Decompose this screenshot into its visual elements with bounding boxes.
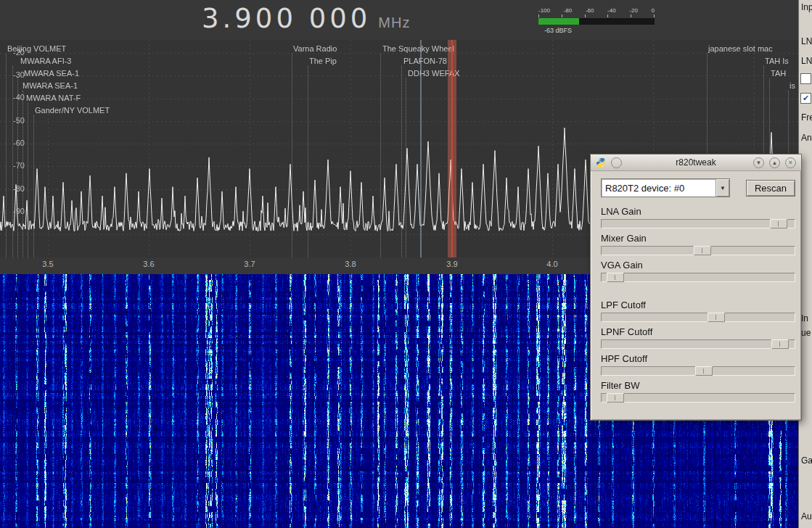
slider-hpf-cutoff[interactable] bbox=[601, 366, 795, 376]
panel-checkbox[interactable] bbox=[800, 73, 811, 84]
bookmark-frequency-line bbox=[292, 54, 292, 257]
python-icon bbox=[596, 157, 607, 168]
window-close-button[interactable]: × bbox=[785, 157, 796, 168]
tuned-frequency-line[interactable] bbox=[451, 40, 453, 257]
slider-group-mixer-gain: Mixer Gain bbox=[601, 233, 795, 255]
bookmark-frequency-line bbox=[28, 103, 28, 257]
window-title: r820tweak bbox=[676, 157, 715, 168]
slider-handle-lpf-cutoff[interactable] bbox=[708, 313, 725, 322]
frequency-axis-label: 3.9 bbox=[440, 260, 464, 268]
slider-handle-mixer-gain[interactable] bbox=[694, 246, 711, 255]
slider-label-vga-gain: VGA Gain bbox=[601, 260, 795, 271]
slider-label-filter-bw: Filter BW bbox=[601, 380, 795, 391]
bookmark-label[interactable]: MWARA SEA-1 bbox=[22, 81, 78, 90]
slider-handle-vga-gain[interactable] bbox=[607, 273, 624, 282]
dbfs-meter-bar bbox=[538, 18, 655, 25]
window-titlebar[interactable]: r820tweak ▾ ▴ × bbox=[591, 154, 801, 171]
db-axis-label: -40 bbox=[1, 93, 25, 102]
bookmark-label[interactable]: MWARA SEA-1 bbox=[24, 69, 79, 78]
bookmark-frequency-line bbox=[6, 54, 7, 257]
slider-group-filter-bw: Filter BW bbox=[601, 380, 795, 403]
dbfs-scale-label: -40 bbox=[607, 7, 616, 14]
window-menu-button[interactable] bbox=[611, 157, 622, 168]
bookmark-label[interactable]: MWARA NAT-F bbox=[26, 94, 81, 102]
dbfs-tick-mark bbox=[654, 15, 655, 17]
panel-text-fragment: Fre bbox=[801, 112, 812, 123]
window-shade-button[interactable]: ▾ bbox=[753, 157, 764, 168]
db-axis-label: -50 bbox=[1, 116, 25, 125]
slider-label-lpnf-cutoff: LPNF Cutoff bbox=[601, 326, 795, 337]
panel-checkbox[interactable]: ✔ bbox=[800, 93, 811, 104]
slider-label-lna-gain: LNA Gain bbox=[601, 206, 795, 217]
dbfs-tick-mark bbox=[538, 15, 539, 17]
slider-handle-filter-bw[interactable] bbox=[607, 393, 624, 403]
frequency-digits[interactable]: 3.900 000 bbox=[202, 3, 371, 34]
bookmark-label[interactable]: Varna Radio bbox=[293, 44, 337, 53]
panel-text-fragment: In bbox=[801, 313, 808, 323]
bookmark-frequency-line bbox=[401, 66, 402, 257]
panel-text-fragment: ue bbox=[801, 328, 811, 338]
dbfs-meter-level bbox=[538, 18, 579, 25]
dbfs-tick-mark bbox=[607, 15, 608, 17]
slider-group-lna-gain: LNA Gain bbox=[601, 206, 795, 228]
panel-text-fragment: An bbox=[801, 133, 812, 143]
slider-label-lpf-cutoff: LPF Cutoff bbox=[601, 300, 795, 310]
panel-text-fragment: LNB bbox=[801, 36, 812, 46]
dbfs-meter-readout: -63 dBFS bbox=[544, 27, 655, 34]
frequency-axis-label: 4.0 bbox=[541, 260, 564, 268]
dbfs-scale-label: -100 bbox=[538, 7, 550, 14]
r820tweak-window: r820tweak ▾ ▴ × R820T2 device: #0 ▼ Resc… bbox=[590, 154, 802, 421]
bookmark-label[interactable]: MWARA AFI-3 bbox=[20, 57, 72, 65]
bookmark-label[interactable]: TAH Is bbox=[765, 57, 789, 65]
slider-label-hpf-cutoff: HPF Cutoff bbox=[601, 353, 795, 364]
db-axis-label: -70 bbox=[1, 161, 25, 170]
dbfs-meter: -100-80-60-40-200 -63 dBFS bbox=[538, 7, 655, 34]
slider-handle-hpf-cutoff[interactable] bbox=[695, 366, 713, 376]
slider-group-hpf-cutoff: HPF Cutoff bbox=[601, 353, 795, 376]
bookmark-label[interactable]: Beijing VOLMET bbox=[7, 44, 66, 53]
slider-group-vga-gain: VGA Gain bbox=[601, 260, 795, 282]
frequency-axis-label: 3.8 bbox=[339, 260, 362, 268]
db-axis-label: -30 bbox=[1, 70, 25, 79]
slider-group-lpnf-cutoff: LPNF Cutoff bbox=[601, 326, 795, 349]
bookmark-frequency-line bbox=[380, 54, 381, 257]
slider-lna-gain[interactable] bbox=[601, 219, 795, 228]
dbfs-tick-mark bbox=[585, 15, 586, 17]
db-axis-label: -80 bbox=[1, 184, 25, 193]
dbfs-scale-label: 0 bbox=[652, 7, 655, 14]
bookmark-label[interactable]: Gander/NY VOLMET bbox=[35, 106, 110, 115]
dbfs-tick-mark bbox=[631, 15, 631, 17]
panel-text-fragment: LNA bbox=[801, 56, 812, 66]
dbfs-meter-scale: -100-80-60-40-200 bbox=[538, 7, 655, 14]
slider-handle-lna-gain[interactable] bbox=[770, 219, 787, 228]
bookmark-label[interactable]: PLAFON-78 bbox=[403, 57, 447, 65]
window-maximize-button[interactable]: ▴ bbox=[769, 157, 780, 168]
bookmark-frequency-line bbox=[308, 66, 308, 257]
slider-label-mixer-gain: Mixer Gain bbox=[601, 233, 795, 244]
frequency-display[interactable]: 3.900 000 MHz bbox=[202, 3, 410, 34]
device-select-value: R820T2 device: #0 bbox=[602, 183, 715, 194]
bookmark-label[interactable]: japanese slot mac bbox=[708, 44, 773, 53]
slider-handle-lpnf-cutoff[interactable] bbox=[771, 339, 789, 349]
bookmark-label[interactable]: The Squeaky Wheel bbox=[382, 44, 454, 53]
db-axis-label: -90 bbox=[1, 207, 25, 215]
frequency-axis-label: 3.7 bbox=[238, 260, 261, 268]
panel-text-fragment: Ga bbox=[801, 455, 812, 466]
slider-lpf-cutoff[interactable] bbox=[601, 313, 795, 322]
dbfs-tick-mark bbox=[562, 15, 562, 17]
bookmark-label[interactable]: The Pip bbox=[309, 57, 337, 65]
slider-filter-bw[interactable] bbox=[601, 393, 795, 403]
slider-lpnf-cutoff[interactable] bbox=[601, 339, 795, 349]
slider-mixer-gain[interactable] bbox=[601, 246, 795, 255]
bookmark-label[interactable]: TAH bbox=[771, 69, 786, 78]
bookmark-label[interactable]: is bbox=[790, 81, 795, 90]
rescan-button[interactable]: Rescan bbox=[746, 180, 795, 197]
window-body: R820T2 device: #0 ▼ Rescan LNA GainMixer… bbox=[591, 171, 801, 403]
panel-text-fragment: Inp bbox=[801, 2, 812, 12]
slider-vga-gain[interactable] bbox=[601, 273, 795, 282]
dropdown-arrow-icon[interactable]: ▼ bbox=[715, 179, 729, 197]
dbfs-scale-label: -20 bbox=[629, 7, 638, 14]
device-select[interactable]: R820T2 device: #0 ▼ bbox=[601, 178, 730, 197]
window-controls: ▾ ▴ × bbox=[753, 157, 796, 168]
dbfs-meter-tickmarks bbox=[538, 15, 655, 17]
